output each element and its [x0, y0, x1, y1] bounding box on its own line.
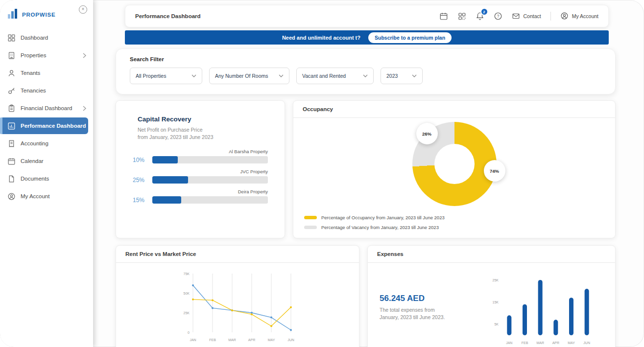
- search-filter-card: Search Filter All Properties Any Number …: [116, 48, 616, 94]
- svg-text:JAN: JAN: [190, 338, 196, 342]
- top-bar: Performance Dashboard 2 ? Contact My Acc…: [125, 5, 609, 27]
- svg-text:FEB: FEB: [209, 338, 216, 342]
- chevron-down-icon: [363, 74, 368, 77]
- dashboard-icon: [7, 34, 16, 42]
- properties-dropdown[interactable]: All Properties: [130, 68, 202, 84]
- key-icon: [7, 87, 16, 95]
- contact-button[interactable]: Contact: [512, 12, 541, 21]
- bar-track: [152, 156, 268, 163]
- sidebar-item-my-account[interactable]: My Account: [0, 188, 93, 205]
- expenses-summary: 56.245 AED The total expenses from Janua…: [380, 294, 473, 321]
- occupancy-card: Occupancy 26% 74% Percentage of Occupanc…: [293, 100, 616, 238]
- caption-line: The total expenses from: [380, 307, 435, 313]
- page-title: Performance Dashboard: [135, 13, 201, 19]
- sidebar-item-performance-dashboard[interactable]: Performance Dashboard: [0, 117, 88, 134]
- svg-text:MAY: MAY: [568, 341, 575, 345]
- sidebar: × PROPWISE Dashboard Properties: [0, 0, 93, 347]
- sidebar-item-tenants[interactable]: Tenants: [0, 65, 93, 81]
- capital-recovery-title: Capital Recovery: [138, 116, 268, 123]
- dropdown-value: Any Number Of Rooms: [215, 73, 268, 79]
- expenses-caption: The total expenses from January, 2023 ti…: [380, 306, 473, 321]
- svg-text:MAR: MAR: [536, 341, 544, 345]
- sidebar-item-label: Tenants: [21, 70, 40, 76]
- bar-fill: [152, 156, 178, 163]
- calendar-icon: [7, 157, 16, 165]
- occupancy-chart-area: 26% 74% Percentage of Occupancy from Jan…: [293, 118, 615, 236]
- dropdown-value: Vacant and Rented: [302, 73, 346, 79]
- mail-icon: [512, 12, 521, 21]
- notifications-bell-icon[interactable]: 2: [476, 12, 484, 21]
- apps-grid-icon[interactable]: [457, 12, 466, 21]
- sidebar-item-documents[interactable]: Documents: [0, 170, 93, 187]
- brand-logo-icon: [7, 8, 19, 22]
- chevron-down-icon: [412, 74, 417, 77]
- legend-item: Percentage of Occupancy from January, 20…: [304, 215, 445, 220]
- document-icon: [7, 175, 16, 183]
- sidebar-item-financial-dashboard[interactable]: Financial Dashboard: [0, 100, 93, 116]
- header-icons: 2 ? Contact My Account: [439, 12, 598, 21]
- subtitle-line: Net Profit on Purchase Price: [138, 127, 202, 133]
- rent-vs-market-title: Rent Price vs Market Price: [116, 246, 359, 263]
- bar-fill: [152, 176, 188, 184]
- building-icon: [7, 51, 16, 60]
- filter-row: All Properties Any Number Of Rooms Vacan…: [130, 68, 601, 84]
- calendar-icon[interactable]: [439, 12, 448, 21]
- sidebar-item-label: Performance Dashboard: [21, 123, 86, 129]
- caption-line: January, 2023 till June 2023.: [380, 314, 445, 320]
- banner-text: Need and unlimited account t?: [282, 35, 360, 41]
- dropdown-value: 2023: [386, 73, 398, 79]
- svg-text:APR: APR: [248, 338, 255, 342]
- svg-text:APR: APR: [552, 341, 559, 345]
- rooms-dropdown[interactable]: Any Number Of Rooms: [209, 68, 289, 84]
- vacancy-dropdown[interactable]: Vacant and Rented: [296, 68, 374, 84]
- legend-label: Percentage of Vacancy from January, 2023…: [321, 225, 439, 230]
- rent-chart-area: JANFEBMARAPRMAYJUN025K50K75K: [116, 263, 359, 345]
- bar-chart-icon: [7, 122, 16, 130]
- bar-track: [152, 196, 268, 204]
- rent-line-chart: JANFEBMARAPRMAYJUN025K50K75K: [176, 271, 299, 345]
- svg-text:FEB: FEB: [522, 341, 528, 345]
- sidebar-item-label: My Account: [21, 193, 49, 199]
- sidebar-item-dashboard[interactable]: Dashboard: [0, 29, 93, 46]
- sidebar-item-tenancies[interactable]: Tenancies: [0, 82, 93, 99]
- app-window: × PROPWISE Dashboard Properties: [0, 0, 644, 347]
- chevron-down-icon: [191, 74, 196, 77]
- user-circle-icon: [560, 12, 569, 21]
- svg-text:?: ?: [497, 14, 499, 19]
- property-bar-row: JVC Property 25%: [133, 169, 268, 184]
- sidebar-item-label: Dashboard: [21, 35, 48, 41]
- expenses-bar-chart: 5K15K25KJANFEBMARAPRMAYJUN: [487, 271, 599, 347]
- chevron-right-icon: [83, 106, 86, 111]
- svg-text:JUN: JUN: [287, 338, 294, 342]
- sidebar-item-label: Tenancies: [21, 88, 46, 93]
- subscribe-button[interactable]: Subscribe to a premium plan: [368, 32, 452, 43]
- svg-text:JAN: JAN: [506, 341, 512, 345]
- bar-fill: [152, 196, 181, 204]
- svg-text:75K: 75K: [184, 272, 190, 276]
- expenses-total: 56.245 AED: [380, 294, 473, 303]
- sidebar-item-properties[interactable]: Properties: [0, 47, 93, 64]
- property-label: Deira Property: [133, 189, 268, 194]
- bar-track: [152, 176, 268, 184]
- subtitle-line: from January, 2023 till June 2023: [138, 134, 213, 140]
- legend-swatch-occupancy: [304, 216, 317, 219]
- expenses-title: Expenses: [368, 246, 615, 263]
- clipboard-icon: [7, 104, 16, 113]
- sidebar-item-label: Accounting: [21, 140, 48, 146]
- year-dropdown[interactable]: 2023: [381, 68, 423, 84]
- svg-text:15K: 15K: [493, 301, 499, 304]
- sidebar-item-calendar[interactable]: Calendar: [0, 153, 93, 169]
- expenses-card: Expenses 56.245 AED The total expenses f…: [367, 245, 616, 347]
- legend-item: Percentage of Vacancy from January, 2023…: [304, 225, 445, 230]
- my-account-button[interactable]: My Account: [560, 12, 598, 21]
- sidebar-item-label: Calendar: [21, 158, 44, 164]
- chevron-down-icon: [279, 74, 284, 77]
- sidebar-item-accounting[interactable]: Accounting: [0, 135, 93, 152]
- legend-swatch-vacancy: [304, 226, 317, 229]
- svg-text:25K: 25K: [184, 311, 190, 315]
- svg-text:0: 0: [188, 331, 190, 334]
- svg-text:MAY: MAY: [268, 338, 275, 342]
- dropdown-value: All Properties: [136, 73, 166, 79]
- help-icon[interactable]: ?: [494, 12, 502, 21]
- sidebar-close-icon[interactable]: ×: [79, 5, 87, 14]
